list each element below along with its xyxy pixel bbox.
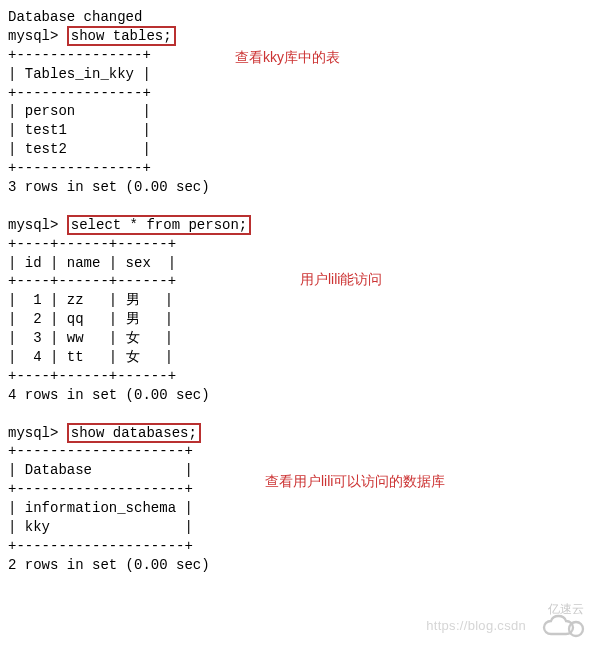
cloud-icon: [540, 613, 586, 641]
table1-header: | Tables_in_kky |: [8, 66, 151, 82]
table1-border: +---------------+: [8, 160, 151, 176]
table1-row-person: | person |: [8, 103, 151, 119]
table3-row-infoschema: | information_schema |: [8, 500, 193, 516]
table2-row-2: | 2 | qq | 男 |: [8, 311, 173, 327]
table1-row-test2: | test2 |: [8, 141, 151, 157]
table3-header: | Database |: [8, 462, 193, 478]
line-db-changed: Database changed: [8, 9, 142, 25]
table2-border: +----+------+------+: [8, 236, 176, 252]
table1-border: +---------------+: [8, 85, 151, 101]
table2-row-3: | 3 | ww | 女 |: [8, 330, 173, 346]
table1-summary: 3 rows in set (0.00 sec): [8, 179, 210, 195]
table2-row-4: | 4 | tt | 女 |: [8, 349, 173, 365]
cmd-show-tables: show tables;: [67, 26, 176, 46]
annotation-select-person: 用户lili能访问: [300, 270, 382, 288]
table3-summary: 2 rows in set (0.00 sec): [8, 557, 210, 573]
prompt-1: mysql>: [8, 28, 67, 44]
table2-summary: 4 rows in set (0.00 sec): [8, 387, 210, 403]
table3-border: +--------------------+: [8, 443, 193, 459]
table1-row-test1: | test1 |: [8, 122, 151, 138]
table2-border: +----+------+------+: [8, 273, 176, 289]
annotation-show-databases: 查看用户lili可以访问的数据库: [265, 472, 445, 490]
svg-point-0: [569, 622, 583, 636]
table1-border: +---------------+: [8, 47, 151, 63]
table3-border: +--------------------+: [8, 538, 193, 554]
prompt-3: mysql>: [8, 425, 67, 441]
cmd-show-databases: show databases;: [67, 423, 201, 443]
prompt-2: mysql>: [8, 217, 67, 233]
table2-border: +----+------+------+: [8, 368, 176, 384]
watermark-csdn: https://blog.csdn: [426, 617, 526, 635]
table3-row-kky: | kky |: [8, 519, 193, 535]
annotation-show-tables: 查看kky库中的表: [235, 48, 340, 66]
table2-header: | id | name | sex |: [8, 255, 176, 271]
table3-border: +--------------------+: [8, 481, 193, 497]
cmd-select-person: select * from person;: [67, 215, 251, 235]
table2-row-1: | 1 | zz | 男 |: [8, 292, 173, 308]
